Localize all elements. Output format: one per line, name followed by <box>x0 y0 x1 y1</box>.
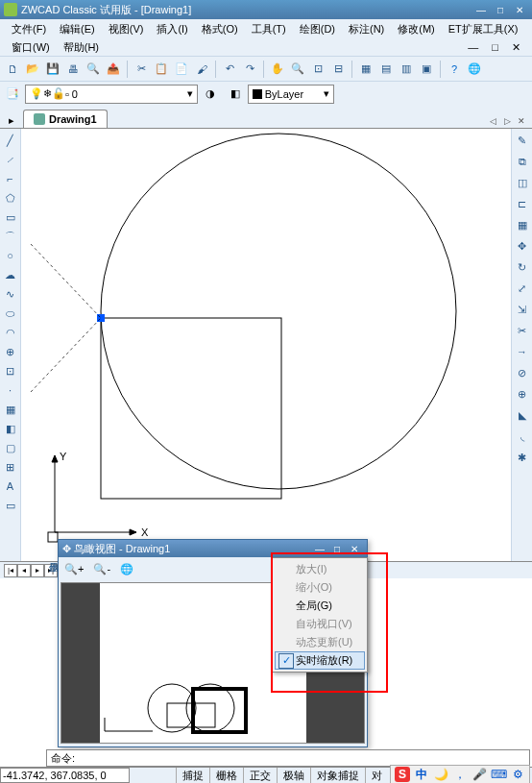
doc-restore-button[interactable]: □ <box>486 39 504 55</box>
ctx-global[interactable]: 全局(G) <box>275 597 365 615</box>
bv-zoomin-icon[interactable]: 🔍+ <box>64 563 84 575</box>
ime-lang[interactable]: 中 <box>414 767 429 782</box>
menu-insert[interactable]: 插入(I) <box>151 20 193 38</box>
point-icon[interactable]: · <box>3 382 18 398</box>
extend-icon[interactable]: → <box>515 344 530 359</box>
hatch-icon[interactable]: ▦ <box>3 402 18 417</box>
menu-dim[interactable]: 标注(N) <box>343 20 390 38</box>
layer-manager-icon[interactable]: 📑 <box>4 86 21 103</box>
close-button[interactable]: ✕ <box>511 3 528 16</box>
menu-et[interactable]: ET扩展工具(X) <box>443 20 524 38</box>
tab-drawing1[interactable]: Drawing1 <box>23 110 108 128</box>
bv-global-icon[interactable]: 🌐 <box>120 563 133 575</box>
ellipse-icon[interactable]: ⬭ <box>3 306 18 321</box>
undo-icon[interactable]: ↶ <box>221 61 238 78</box>
next-tab-icon[interactable]: ▸ <box>31 564 44 577</box>
menu-tools[interactable]: 工具(T) <box>246 20 292 38</box>
menu-help[interactable]: 帮助(H) <box>58 38 105 57</box>
revcloud-icon[interactable]: ☁ <box>3 267 18 282</box>
ime-moon-icon[interactable]: 🌙 <box>433 767 448 782</box>
bv-zoomout-icon[interactable]: 🔍- <box>93 563 110 575</box>
save-icon[interactable]: 💾 <box>44 61 61 78</box>
circle-icon[interactable]: ○ <box>3 248 18 263</box>
birdview-titlebar[interactable]: ✥ 鸟瞰视图 - Drawing1 — □ ✕ <box>59 540 367 557</box>
arc-icon[interactable]: ⌒ <box>3 229 18 244</box>
ctx-realtime[interactable]: ✓ 实时缩放(R) <box>275 651 365 670</box>
menu-format[interactable]: 格式(O) <box>196 20 244 38</box>
print-icon[interactable]: 🖶 <box>64 61 82 78</box>
match-icon[interactable]: 🖌 <box>193 61 210 78</box>
explode-icon[interactable]: ✱ <box>515 450 530 465</box>
pan-icon[interactable]: ✋ <box>269 61 286 78</box>
array-icon[interactable]: ▦ <box>515 217 530 232</box>
menu-view[interactable]: 视图(V) <box>103 20 150 38</box>
grid-toggle[interactable]: 栅格 <box>209 768 243 784</box>
join-icon[interactable]: ⊕ <box>515 386 530 402</box>
ellipse-arc-icon[interactable]: ◠ <box>3 325 18 340</box>
ime-bar[interactable]: S 中 🌙 ， 🎤 ⌨ ⚙ <box>390 765 530 783</box>
fillet-icon[interactable]: ◟ <box>515 428 530 444</box>
ctx-zoom-in[interactable]: 放大(I) <box>275 560 365 578</box>
props-icon[interactable]: ▦ <box>357 61 375 78</box>
layer-combo[interactable]: 💡❄🔓▫ 0▾ <box>25 85 198 104</box>
zoom-icon[interactable]: 🔍 <box>289 61 306 78</box>
polar-toggle[interactable]: 极轴 <box>277 768 310 784</box>
menu-edit[interactable]: 编辑(E) <box>54 20 101 38</box>
copy-icon[interactable]: 📋 <box>153 61 170 78</box>
ctx-auto-view[interactable]: 自动视口(V) <box>275 615 365 633</box>
tpalette-icon[interactable]: ▥ <box>398 61 415 78</box>
mirror-icon[interactable]: ◫ <box>515 175 530 190</box>
polyline-icon[interactable]: ⌐ <box>3 171 18 186</box>
scale-icon[interactable]: ⤢ <box>515 281 530 296</box>
drawing-canvas[interactable]: X Y <box>21 129 511 561</box>
gradient-icon[interactable]: ◧ <box>3 421 18 436</box>
doc-minimize-button[interactable]: — <box>462 39 484 55</box>
layer-prev-icon[interactable]: ◑ <box>202 86 219 103</box>
make-block-icon[interactable]: ⊡ <box>3 363 18 379</box>
prev-tab-icon[interactable]: ◂ <box>17 564 31 577</box>
tab-prev-icon[interactable]: ◁ <box>486 114 499 128</box>
preview-icon[interactable]: 🔍 <box>85 61 102 78</box>
bv-close-button[interactable]: ✕ <box>346 542 363 555</box>
mtext-icon[interactable]: A <box>3 478 18 494</box>
rectangle-icon[interactable]: ▭ <box>3 209 18 225</box>
help-icon[interactable]: ? <box>446 61 463 78</box>
zoom-window-icon[interactable]: ⊡ <box>309 61 326 78</box>
bv-minimize-button[interactable]: — <box>311 542 328 555</box>
sogou-icon[interactable]: S <box>395 767 410 782</box>
open-icon[interactable]: 📂 <box>24 61 41 78</box>
osnap-toggle[interactable]: 对象捕捉 <box>310 768 365 784</box>
break-icon[interactable]: ⊘ <box>515 365 530 380</box>
snap-toggle[interactable]: 捕捉 <box>176 768 209 784</box>
ctx-zoom-out[interactable]: 缩小(O) <box>275 578 365 597</box>
publish-icon[interactable]: 📤 <box>105 61 122 78</box>
ime-keyboard-icon[interactable]: ⌨ <box>491 767 506 782</box>
ime-settings-icon[interactable]: ⚙ <box>510 767 525 782</box>
tab-next-icon[interactable]: ▷ <box>500 114 514 128</box>
chamfer-icon[interactable]: ◣ <box>515 407 530 423</box>
spline-icon[interactable]: ∿ <box>3 286 18 302</box>
sheet-icon[interactable]: ▣ <box>418 61 435 78</box>
offset-icon[interactable]: ⊏ <box>515 196 530 211</box>
dcenter-icon[interactable]: ▤ <box>377 61 395 78</box>
redo-icon[interactable]: ↷ <box>241 61 258 78</box>
line-icon[interactable]: ╱ <box>3 133 18 148</box>
tablist-icon[interactable]: ▸ <box>4 112 19 128</box>
last-tab-icon[interactable]: ▸| <box>44 564 58 577</box>
rotate-icon[interactable]: ↻ <box>515 259 530 275</box>
text-icon[interactable]: ▭ <box>3 498 18 513</box>
ime-mic-icon[interactable]: 🎤 <box>472 767 487 782</box>
table-icon[interactable]: ⊞ <box>3 459 18 475</box>
ime-punct-icon[interactable]: ， <box>452 767 468 782</box>
tab-close-icon[interactable]: ✕ <box>515 114 528 128</box>
maximize-button[interactable]: □ <box>492 3 509 16</box>
otrack-toggle[interactable]: 对 <box>365 768 388 784</box>
bylayer-combo[interactable]: ByLayer▾ <box>248 85 334 104</box>
color-icon[interactable]: ◧ <box>227 86 244 103</box>
ortho-toggle[interactable]: 正交 <box>243 768 277 784</box>
trim-icon[interactable]: ✂ <box>515 323 530 338</box>
menu-modify[interactable]: 修改(M) <box>392 20 441 38</box>
copy-obj-icon[interactable]: ⧉ <box>515 154 530 169</box>
block-icon[interactable]: ⊕ <box>3 344 18 359</box>
new-icon[interactable]: 🗋 <box>4 61 21 78</box>
